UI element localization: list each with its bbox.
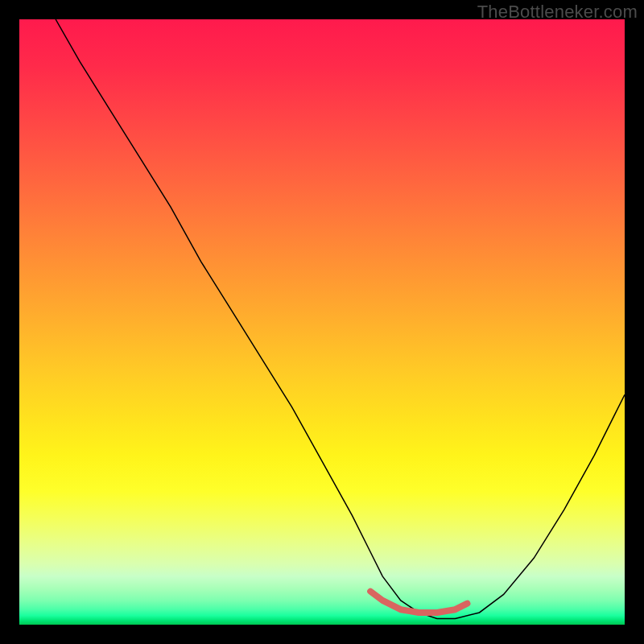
watermark-text: TheBottleneker.com xyxy=(477,2,638,23)
plot-area xyxy=(19,19,625,625)
bottleneck-curve-path xyxy=(56,19,625,618)
chart-frame: TheBottleneker.com xyxy=(0,0,644,644)
curve-layer xyxy=(19,19,625,625)
optimal-range-marker xyxy=(370,592,467,613)
